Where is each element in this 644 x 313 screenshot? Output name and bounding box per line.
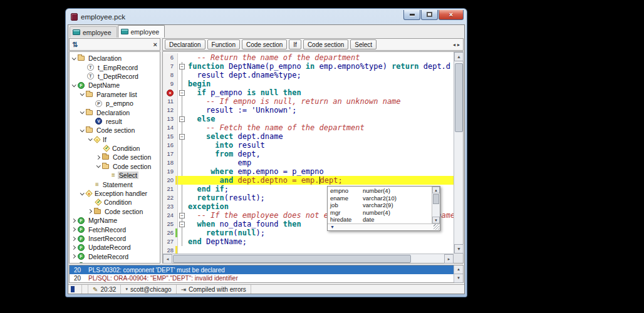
code-text[interactable]: result dept.dname%type; (186, 71, 454, 80)
chevron-right-icon[interactable] (71, 218, 76, 223)
tree-item-condition[interactable]: ✓Condition (70, 144, 160, 153)
panel-close-icon[interactable]: × (153, 41, 157, 48)
editor-horizontal-scrollbar[interactable]: ◂ ▸ (163, 254, 454, 263)
code-line-14[interactable]: 14 -- Fetch the name of the department (163, 123, 454, 132)
code-text[interactable]: if p_empno is null then (186, 88, 454, 97)
popup-scroll-down-icon[interactable]: ▼ (432, 217, 440, 223)
tree-item-parameter-list[interactable]: Parameter list (70, 90, 160, 99)
code-line-19[interactable]: 19 where emp.empno = p_empno (163, 167, 454, 176)
chevron-down-icon[interactable] (72, 83, 76, 87)
breadcrumb-item-5[interactable]: Code section (303, 39, 348, 49)
chevron-down-icon[interactable] (80, 191, 85, 195)
scroll-up-icon[interactable]: ▲ (454, 52, 464, 61)
code-text[interactable]: end DeptName; (186, 237, 454, 246)
autocomplete-item-ename[interactable]: enamevarchar2(10) (330, 195, 431, 202)
minimize-button[interactable] (403, 10, 420, 20)
breadcrumb-item-6[interactable]: Select (350, 39, 377, 49)
tree-item-if[interactable]: If (70, 135, 160, 144)
chevron-down-icon[interactable] (80, 92, 85, 96)
breadcrumb-item-4[interactable]: If (289, 39, 301, 49)
code-line-12[interactable]: 12 result := 'Unknown'; (163, 106, 454, 115)
autocomplete-item-empno[interactable]: empnonumber(4) (330, 187, 431, 195)
code-line-27[interactable]: 27end DeptName; (163, 237, 454, 246)
tree-item-statement[interactable]: ≡Statement (70, 180, 160, 188)
tree-item-code-section[interactable]: Code section (70, 162, 160, 171)
vertical-scroll-thumb[interactable] (455, 63, 463, 132)
horizontal-scroll-thumb[interactable] (173, 255, 411, 263)
tree-item-t-emprecord[interactable]: Tt_EmpRecord (70, 63, 160, 71)
scroll-down-icon[interactable]: ▼ (454, 244, 464, 254)
code-text[interactable]: function DeptName(p_empno in emp.empno%t… (186, 62, 454, 71)
fold-minus-icon[interactable]: − (179, 213, 185, 218)
tree-item-result[interactable]: Vresult (70, 117, 160, 126)
error-list-scrollbar[interactable]: ▲ ▼ (454, 265, 463, 282)
tree-item-deptname[interactable]: FDeptName (70, 81, 160, 90)
maximize-button[interactable] (421, 10, 438, 20)
tree-item-declaration[interactable]: Declaration (70, 54, 160, 63)
editor-vertical-scrollbar[interactable]: ▲ ▼ (454, 52, 463, 263)
code-text[interactable]: into result (186, 141, 454, 150)
popup-scroll-up-icon[interactable]: ▲ (432, 187, 440, 193)
error-row-2[interactable]: 20PL/SQL: ORA-00904: "EMP"."DEPT": inval… (70, 274, 454, 282)
popup-scroll-thumb[interactable] (433, 194, 439, 204)
connection-segment[interactable]: ▾ scott@chicago (121, 285, 176, 294)
code-editor[interactable]: 6 -- Return the name of the department7−… (163, 52, 454, 263)
tree-item-lockrecord[interactable]: PLockRecord (70, 261, 160, 264)
popup-resize-grip[interactable] (434, 224, 439, 230)
code-line-20[interactable]: 20 and dept.deptno = emp.dept; (163, 176, 454, 185)
tree-item-declaration[interactable]: Declaration (70, 108, 160, 116)
tree-item-mgrname[interactable]: FMgrName (70, 216, 160, 225)
chevron-right-icon[interactable] (88, 209, 92, 213)
code-line-15[interactable]: 15− select dept.dname (163, 132, 454, 141)
code-line-17[interactable]: 17 from dept, (163, 150, 454, 158)
error-row-1[interactable]: 20PLS-00302: component 'DEPT' must be de… (70, 265, 454, 274)
autocomplete-item-hiredate[interactable]: hiredatedate (330, 216, 431, 223)
code-text[interactable]: else (186, 115, 454, 123)
error-scroll-up-icon[interactable]: ▲ (454, 265, 463, 274)
fold-minus-icon[interactable]: − (179, 64, 185, 69)
code-line-9[interactable]: 9begin (163, 80, 454, 88)
chevron-down-icon[interactable] (72, 56, 76, 60)
tree-item-select[interactable]: ≡Select (70, 171, 160, 180)
code-text[interactable]: from dept, (186, 150, 454, 158)
chevron-right-icon[interactable] (71, 254, 76, 259)
breadcrumb-item-2[interactable]: Function (207, 39, 240, 49)
sort-icon[interactable]: ⇅ (72, 41, 153, 49)
code-text[interactable]: begin (186, 80, 454, 88)
tree-item-updaterecord[interactable]: FUpdateRecord (70, 243, 160, 252)
code-text[interactable]: and dept.deptno = emp.dept; (186, 176, 454, 185)
code-text[interactable]: select dept.dname (186, 132, 454, 141)
chevron-down-icon[interactable] (80, 128, 85, 132)
code-line-8[interactable]: 8 result dept.dname%type; (163, 71, 454, 80)
window-titlebar[interactable]: employee.pck × (68, 9, 465, 24)
code-line-18[interactable]: 18 emp (163, 158, 454, 167)
breadcrumb-item-3[interactable]: Code section (242, 39, 287, 49)
connection-dropdown-icon[interactable]: ▾ (125, 287, 128, 292)
chevron-right-icon[interactable] (71, 227, 76, 232)
tree-item-t-deptrecord[interactable]: Tt_DeptRecord (70, 72, 160, 81)
code-text[interactable]: where emp.empno = p_empno (186, 167, 454, 176)
error-scroll-down-icon[interactable]: ▼ (454, 274, 463, 283)
chevron-right-icon[interactable] (96, 155, 100, 160)
code-line-7[interactable]: 7−function DeptName(p_empno in emp.empno… (163, 62, 454, 71)
chevron-down-icon[interactable] (96, 164, 101, 168)
chevron-right-icon[interactable] (71, 245, 76, 250)
tree-item-code-section[interactable]: Code section (70, 153, 160, 162)
fold-minus-icon[interactable]: − (179, 90, 185, 96)
autocomplete-item-job[interactable]: jobvarchar2(9) (330, 202, 431, 209)
tree-item-code-section[interactable]: Code section (70, 207, 160, 216)
close-button[interactable]: × (439, 10, 464, 20)
tree-item-p-empno[interactable]: Pp_empno (70, 99, 160, 108)
tree-item-condition[interactable]: ✓Condition (70, 198, 160, 207)
autocomplete-item-mgr[interactable]: mgrnumber(4) (330, 209, 431, 217)
scroll-left-icon[interactable]: ◂ (163, 254, 172, 264)
breadcrumb-left-icon[interactable]: ◂ (453, 42, 455, 48)
scroll-right-icon[interactable]: ▸ (444, 254, 454, 264)
tree-item-insertrecord[interactable]: FInsertRecord (70, 234, 160, 243)
tab-employee-1[interactable]: employee (70, 26, 117, 38)
breadcrumb-item-1[interactable]: Declaration (165, 39, 205, 49)
code-text[interactable]: result := 'Unknown'; (186, 106, 454, 115)
popup-scrollbar[interactable]: ▲ ▼ (432, 187, 440, 223)
fold-minus-icon[interactable]: − (179, 134, 185, 140)
code-line-13[interactable]: 13− else (163, 115, 454, 123)
